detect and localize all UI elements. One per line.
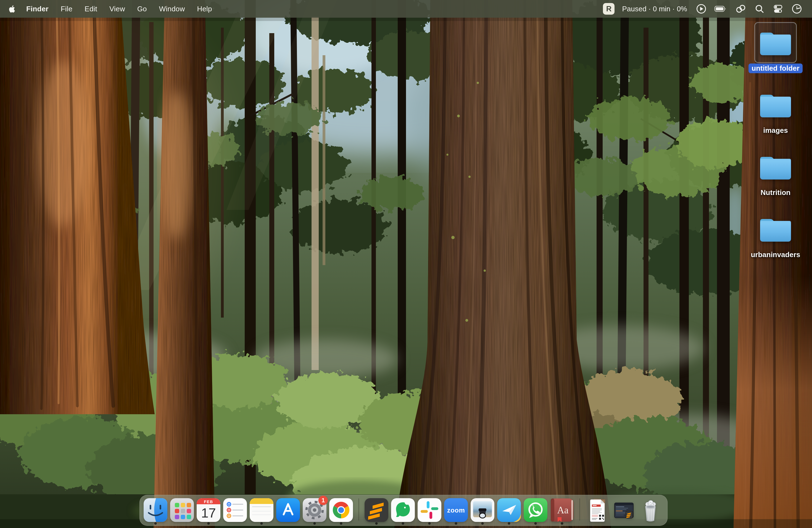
folder-label: urbaninvaders: [748, 250, 803, 260]
folder-name-text: images: [763, 126, 788, 134]
desktop-folder-urbaninvaders[interactable]: urbaninvaders: [742, 208, 809, 260]
running-indicator: [155, 522, 157, 525]
running-indicator: [455, 522, 458, 525]
running-indicator: [481, 522, 484, 525]
launchpad-icon: [169, 497, 195, 523]
menu-bar-left: Finder File Edit View Go Window Help: [8, 5, 218, 13]
desktop-folder-column: untitled folder images: [742, 0, 809, 528]
notification-badge: 1: [318, 496, 328, 505]
dock-sublime-text[interactable]: [363, 497, 390, 525]
running-indicator: [534, 522, 537, 525]
search-icon[interactable]: [754, 3, 765, 14]
control-center-icon[interactable]: [772, 3, 784, 14]
folder-name-text: Nutrition: [760, 188, 791, 196]
menu-edit[interactable]: Edit: [78, 5, 103, 13]
desktop-folder-untitled-folder[interactable]: untitled folder: [742, 22, 809, 73]
play-circle-icon[interactable]: [696, 3, 707, 14]
recorder-status-text[interactable]: Paused · 0 min · 0%: [622, 5, 687, 13]
trash-full-icon: [638, 497, 663, 523]
folder-icon: [758, 152, 793, 181]
running-indicator: [561, 522, 563, 525]
dock-spark[interactable]: [496, 497, 522, 525]
notes-icon: [249, 497, 274, 523]
dock-calendar[interactable]: FEB 17: [195, 497, 222, 525]
dock-dictionary[interactable]: Aa: [549, 497, 575, 525]
dock-zoom[interactable]: zoom: [443, 497, 469, 525]
zoom-wordmark-text: zoom: [447, 507, 465, 514]
dock-whatsapp[interactable]: [522, 497, 549, 525]
menu-window[interactable]: Window: [153, 5, 191, 13]
folder-name-text: urbaninvaders: [751, 250, 800, 259]
folder-icon: [758, 214, 793, 244]
reminders-icon: [222, 497, 248, 523]
folder-name-text: untitled folder: [752, 64, 799, 72]
dock-trash[interactable]: [637, 497, 664, 525]
dock: FEB 17: [140, 495, 668, 526]
preview-icon: [470, 497, 495, 523]
folder-label: images: [760, 126, 791, 135]
whatsapp-icon: [523, 497, 548, 523]
folder-icon: [758, 90, 793, 119]
pdf-document-icon: [585, 497, 610, 523]
dock-app-store[interactable]: [275, 497, 301, 525]
slack-icon: [417, 497, 442, 523]
zoom-icon: zoom: [443, 497, 469, 523]
dock-evernote[interactable]: [390, 497, 416, 525]
sublime-window-icon: [611, 497, 637, 523]
running-indicator: [340, 522, 343, 525]
dictionary-aa-text: Aa: [557, 505, 569, 516]
menu-view[interactable]: View: [103, 5, 131, 13]
folder-icon-wrap: [754, 84, 797, 125]
desktop-folder-images[interactable]: images: [742, 84, 809, 135]
desktop-folder-nutrition[interactable]: Nutrition: [742, 146, 809, 197]
dock-sublime-window[interactable]: [611, 497, 637, 525]
calendar-icon: FEB 17: [196, 497, 221, 523]
sublime-text-icon: [364, 497, 389, 523]
dock-system-settings[interactable]: 1: [301, 497, 328, 525]
folder-icon-wrap: [754, 208, 797, 249]
dock-notes[interactable]: [248, 497, 275, 525]
dock-separator: [579, 498, 580, 520]
chrome-icon: [329, 497, 354, 523]
spark-icon: [496, 497, 522, 523]
dictionary-icon: Aa: [549, 497, 575, 523]
folder-label: Nutrition: [758, 188, 794, 197]
apple-logo-icon: [8, 5, 16, 13]
running-indicator: [508, 522, 510, 525]
calendar-day-text: 17: [201, 505, 216, 520]
running-indicator: [429, 522, 431, 525]
running-indicator: [314, 522, 316, 525]
clock-icon[interactable]: [791, 3, 802, 15]
apple-menu[interactable]: [8, 5, 16, 13]
menu-bar-status: R Paused · 0 min · 0%: [603, 3, 802, 15]
desktop: Finder File Edit View Go Window Help R P…: [0, 0, 812, 528]
dock-reminders[interactable]: [222, 497, 248, 525]
folder-icon-wrap: [754, 146, 797, 187]
link-icon[interactable]: [735, 3, 746, 14]
folder-label: untitled folder: [749, 63, 802, 73]
finder-icon: [143, 497, 168, 523]
battery-icon[interactable]: [714, 4, 727, 14]
dock-slack[interactable]: [416, 497, 443, 525]
menu-help[interactable]: Help: [191, 5, 218, 13]
dock-finder[interactable]: [142, 497, 169, 525]
wallpaper-sequoia-forest: [0, 0, 812, 528]
dock-chrome[interactable]: [328, 497, 354, 525]
calendar-month-text: FEB: [204, 500, 213, 504]
folder-icon: [758, 28, 793, 57]
running-indicator: [207, 522, 210, 525]
dock-pdf-document[interactable]: [584, 497, 611, 525]
dock-separator: [359, 498, 359, 520]
evernote-icon: [390, 497, 416, 523]
recorder-badge[interactable]: R: [603, 3, 614, 15]
menu-file[interactable]: File: [55, 5, 79, 13]
running-indicator: [402, 522, 404, 525]
app-store-icon: [275, 497, 301, 523]
menu-finder[interactable]: Finder: [20, 5, 55, 13]
running-indicator: [375, 522, 378, 525]
folder-selection-box: [754, 22, 797, 63]
dock-preview[interactable]: [469, 497, 496, 525]
menu-go[interactable]: Go: [131, 5, 153, 13]
dock-launchpad[interactable]: [169, 497, 195, 525]
menu-bar: Finder File Edit View Go Window Help R P…: [0, 0, 812, 18]
